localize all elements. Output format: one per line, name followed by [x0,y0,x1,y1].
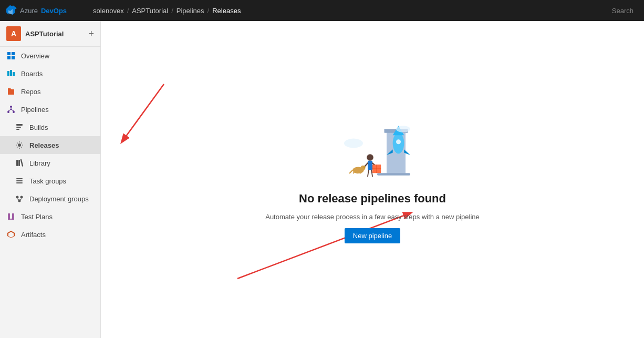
breadcrumb-solenovex[interactable]: solenovex [93,7,124,15]
svg-point-20 [20,196,23,199]
svg-point-8 [7,111,9,113]
svg-point-49 [396,126,410,132]
svg-line-37 [371,170,372,176]
artifacts-label: Artifacts [21,231,46,239]
app-body: A ASPTutorial + Overview Boards Repos [0,21,644,338]
sidebar-item-pipelines[interactable]: Pipelines [0,100,100,118]
pipelines-label: Pipelines [21,106,49,114]
svg-point-40 [363,165,366,168]
sidebar-item-deployment-groups[interactable]: Deployment groups [0,190,100,208]
svg-rect-2 [7,56,11,59]
svg-rect-0 [7,52,11,55]
azure-devops-logo-icon [6,5,17,16]
sidebar-item-releases[interactable]: Releases [0,136,100,154]
svg-rect-12 [16,129,19,130]
svg-rect-10 [16,124,23,126]
sidebar-item-artifacts[interactable]: Artifacts [0,226,100,243]
devops-text: DevOps [41,7,67,15]
svg-rect-18 [16,182,23,183]
deployment-groups-label: Deployment groups [29,195,89,203]
topbar: Azure DevOps solenovex / ASPTutorial / P… [0,0,644,21]
svg-rect-6 [13,72,15,76]
releases-label: Releases [29,141,59,149]
svg-rect-16 [16,178,23,179]
breadcrumb-releases: Releases [212,7,241,15]
logo: Azure DevOps [6,5,67,16]
boards-label: Boards [21,70,43,78]
testplans-icon [6,212,16,221]
svg-point-19 [16,196,19,199]
sidebar-item-boards[interactable]: Boards [0,65,100,83]
sidebar-item-builds[interactable]: Builds [0,118,100,136]
svg-rect-33 [368,160,372,170]
svg-point-30 [396,139,401,144]
test-plans-label: Test Plans [21,213,53,221]
repos-label: Repos [21,88,41,96]
releases-icon [15,140,24,150]
repos-icon [6,87,16,96]
breadcrumb-sep-2: / [171,7,173,15]
main-content: No release pipelines found Automate your… [101,21,644,338]
overview-label: Overview [21,52,49,60]
deploymentgroups-icon [15,194,24,203]
library-label: Library [29,159,50,167]
svg-line-44 [361,170,361,172]
empty-subtitle: Automate your release process in a few e… [265,213,480,221]
artifacts-icon [6,230,16,239]
sidebar-item-overview[interactable]: Overview [0,47,100,65]
project-name: ASPTutorial [21,30,88,38]
builds-icon [15,122,24,132]
sidebar-item-test-plans[interactable]: Test Plans [0,208,100,226]
svg-line-22 [122,84,164,142]
azure-text: Azure [20,7,38,15]
builds-label: Builds [29,124,48,131]
sidebar: A ASPTutorial + Overview Boards Repos [0,21,101,338]
svg-point-9 [13,111,15,113]
project-add-button[interactable]: + [88,29,94,38]
svg-point-48 [344,138,363,148]
breadcrumb-sep-3: / [207,7,210,15]
breadcrumb-pipelines[interactable]: Pipelines [176,7,204,15]
svg-rect-5 [10,70,12,76]
project-header: A ASPTutorial + [0,21,100,47]
pipelines-icon [6,105,16,114]
breadcrumb-asptutorial[interactable]: ASPTutorial [132,7,168,15]
overview-icon [6,51,16,60]
svg-point-7 [10,106,12,108]
breadcrumb-sep-1: / [127,7,129,15]
svg-rect-17 [16,180,23,181]
sidebar-item-repos[interactable]: Repos [0,83,100,100]
svg-line-36 [368,170,369,176]
svg-point-32 [367,154,373,161]
taskgroups-icon [15,176,24,186]
sidebar-item-task-groups[interactable]: Task groups [0,172,100,190]
svg-rect-31 [377,173,410,176]
boards-icon [6,69,16,78]
new-pipeline-button[interactable]: New pipeline [345,228,400,243]
svg-rect-1 [12,52,15,55]
svg-line-41 [350,170,352,172]
svg-rect-4 [7,71,9,76]
svg-rect-3 [12,56,15,59]
svg-rect-11 [16,127,21,128]
svg-point-13 [18,144,21,147]
breadcrumb: solenovex / ASPTutorial / Pipelines / Re… [72,7,607,15]
library-icon [15,158,24,168]
empty-illustration [325,116,420,185]
empty-state: No release pipelines found Automate your… [265,116,480,243]
svg-rect-14 [16,160,18,166]
task-groups-label: Task groups [29,177,66,185]
empty-title: No release pipelines found [299,192,446,206]
search-label: Search [612,7,638,15]
sidebar-item-library[interactable]: Library [0,154,100,172]
svg-rect-15 [18,160,20,166]
project-avatar: A [6,26,21,41]
